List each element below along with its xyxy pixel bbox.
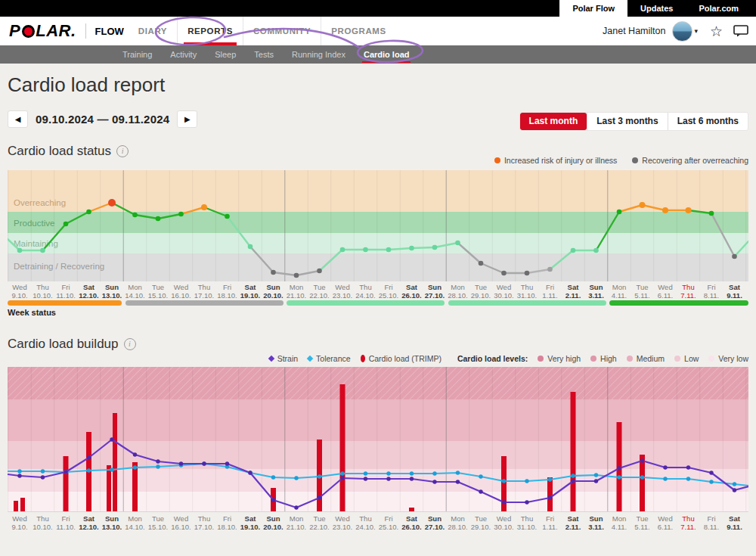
nav-item-community[interactable]: COMMUNITY — [243, 17, 321, 45]
axis-label-sun-20-10: Sun20.10. — [262, 515, 285, 531]
browser-tabs: Polar FlowUpdatesPolar.com — [559, 0, 751, 17]
week-status-bar — [8, 300, 748, 306]
axis-label-sat-26-10: Sat26.10. — [400, 284, 423, 300]
info-icon[interactable]: i — [116, 145, 129, 157]
legend-diamond-icon — [268, 356, 274, 362]
level-item-high: High — [590, 354, 617, 363]
user-area: Janet Hamilton ▾ ☆ — [603, 17, 748, 45]
axis-label-thu-24-10: Thu24.10. — [354, 515, 377, 531]
axis-label-wed-9-10: Wed9.10. — [8, 284, 32, 300]
subnav-item-tests[interactable]: Tests — [245, 45, 283, 64]
axis-label-thu-17-10: Thu17.10. — [193, 515, 216, 531]
axis-label-wed-30-10: Wed30.10. — [492, 284, 516, 300]
range-button-last-6-months[interactable]: Last 6 months — [668, 113, 748, 130]
range-button-last-3-months[interactable]: Last 3 months — [587, 113, 667, 130]
subnav-item-activity[interactable]: Activity — [161, 45, 206, 64]
axis-label-tue-15-10: Tue15.10. — [147, 284, 170, 300]
info-icon[interactable]: i — [124, 338, 136, 350]
axis-label-thu-31-10: Thu31.10. — [516, 284, 539, 300]
range-buttons: Last monthLast 3 monthsLast 6 months — [519, 112, 748, 131]
week-status-segment — [125, 300, 284, 306]
axis-label-thu-17-10: Thu17.10. — [193, 284, 216, 300]
nav-item-reports[interactable]: REPORTS — [177, 17, 243, 45]
next-period-button[interactable]: ▶ — [177, 110, 197, 128]
buildup-chart-x-axis: Wed9.10.Thu10.10.Fri11.10.Sat12.10.Sun13… — [8, 515, 748, 533]
axis-label-sun-3-11: Sun3.11. — [584, 284, 608, 300]
week-status-segment — [609, 300, 748, 306]
axis-label-tue-5-11: Tue5.11. — [631, 515, 654, 531]
axis-label-fri-1-11: Fri1.11. — [538, 284, 562, 300]
axis-label-wed-30-10: Wed30.10. — [492, 515, 516, 531]
cardio-load-levels-label: Cardio load levels: — [457, 354, 528, 363]
axis-label-fri-18-10: Fri18.10. — [215, 515, 239, 531]
range-button-last-month[interactable]: Last month — [520, 113, 587, 130]
buildup-section-title: Cardio load buildup i — [8, 337, 136, 352]
nav-item-diary[interactable]: DIARY — [129, 17, 177, 45]
cardio-load-status-chart: OverreachingProductiveMaintainingDetrain… — [8, 170, 748, 281]
level-item-medium: Medium — [627, 354, 665, 363]
axis-label-tue-29-10: Tue29.10. — [469, 284, 493, 300]
legend-item-recovering-after-overreaching: Recovering after overreaching — [632, 156, 748, 165]
legend-oval-icon — [361, 355, 365, 362]
subnav-item-sleep[interactable]: Sleep — [206, 45, 245, 64]
prev-period-button[interactable]: ◀ — [8, 110, 28, 128]
favorites-star-icon[interactable]: ☆ — [710, 24, 723, 39]
axis-label-thu-10-10: Thu10.10. — [31, 515, 54, 531]
status-section-title: Cardio load status i — [8, 144, 129, 159]
axis-label-mon-4-11: Mon4.11. — [608, 515, 631, 531]
axis-label-fri-25-10: Fri25.10. — [377, 284, 401, 300]
axis-label-mon-14-10: Mon14.10. — [123, 284, 147, 300]
level-item-very-high: Very high — [538, 354, 581, 363]
axis-label-fri-25-10: Fri25.10. — [377, 515, 401, 531]
user-name[interactable]: Janet Hamilton — [603, 26, 665, 36]
axis-label-wed-9-10: Wed9.10. — [8, 515, 32, 531]
subnav-item-training[interactable]: Training — [113, 45, 161, 64]
load-level-bands — [8, 367, 748, 512]
polar-logo[interactable]: PLAR. — [9, 17, 76, 45]
axis-label-wed-16-10: Wed16.10. — [169, 284, 193, 300]
svg-text:Detraining / Recovering: Detraining / Recovering — [14, 262, 104, 271]
subnav-item-running-index[interactable]: Running Index — [283, 45, 355, 64]
status-zones — [8, 170, 748, 281]
axis-label-fri-8-11: Fri8.11. — [700, 284, 723, 300]
page-title: Cardio load report — [8, 73, 165, 97]
axis-label-mon-28-10: Mon28.10. — [446, 284, 469, 300]
axis-label-tue-22-10: Tue22.10. — [308, 284, 331, 300]
date-navigation: ◀ 09.10.2024 — 09.11.2024 ▶ — [8, 110, 197, 128]
avatar[interactable] — [672, 21, 692, 42]
legend-dot-icon — [632, 157, 638, 163]
legend-dot-icon — [494, 157, 500, 163]
axis-label-tue-15-10: Tue15.10. — [147, 515, 170, 531]
legend-item-increased-risk-of-injury-or-illness: Increased risk of injury or illness — [494, 156, 617, 165]
level-dot-icon — [538, 356, 544, 362]
level-dot-icon — [590, 356, 596, 362]
axis-label-sat-2-11: Sat2.11. — [562, 284, 585, 300]
axis-label-sat-26-10: Sat26.10. — [400, 515, 423, 531]
axis-label-tue-29-10: Tue29.10. — [469, 515, 493, 531]
polar-flow-app: Polar FlowUpdatesPolar.com PLAR. FLOW DI… — [0, 0, 756, 556]
browser-tab-polar-flow[interactable]: Polar Flow — [559, 0, 627, 17]
buildup-title-text: Cardio load buildup — [8, 337, 119, 352]
legend-diamond-icon — [307, 356, 313, 362]
axis-label-sat-9-11: Sat9.11. — [723, 515, 746, 531]
subnav-item-cardio-load[interactable]: Cardio load — [355, 45, 419, 64]
axis-label-sun-27-10: Sun27.10. — [423, 515, 447, 531]
level-dot-icon — [627, 356, 633, 362]
browser-tab-polar-com[interactable]: Polar.com — [686, 0, 751, 17]
reports-subnav: TrainingActivitySleepTestsRunning IndexC… — [0, 45, 756, 64]
axis-label-fri-11-10: Fri11.10. — [54, 515, 78, 531]
axis-label-sun-13-10: Sun13.10. — [101, 515, 124, 531]
axis-label-sat-19-10: Sat19.10. — [239, 284, 262, 300]
feedback-chat-icon[interactable] — [733, 25, 748, 37]
axis-label-fri-8-11: Fri8.11. — [700, 515, 723, 531]
chevron-down-icon[interactable]: ▾ — [694, 27, 698, 35]
level-dot-icon — [674, 356, 680, 362]
axis-label-fri-1-11: Fri1.11. — [538, 515, 562, 531]
main-nav: PLAR. FLOW DIARYREPORTSCOMMUNITYPROGRAMS… — [0, 17, 756, 45]
legend-item-strain: Strain — [269, 354, 298, 363]
week-status-segment — [8, 300, 122, 306]
browser-tab-updates[interactable]: Updates — [627, 0, 686, 17]
status-legend: Increased risk of injury or illnessRecov… — [494, 156, 748, 165]
nav-item-programs[interactable]: PROGRAMS — [321, 17, 396, 45]
cardio-load-buildup-chart — [8, 367, 748, 512]
